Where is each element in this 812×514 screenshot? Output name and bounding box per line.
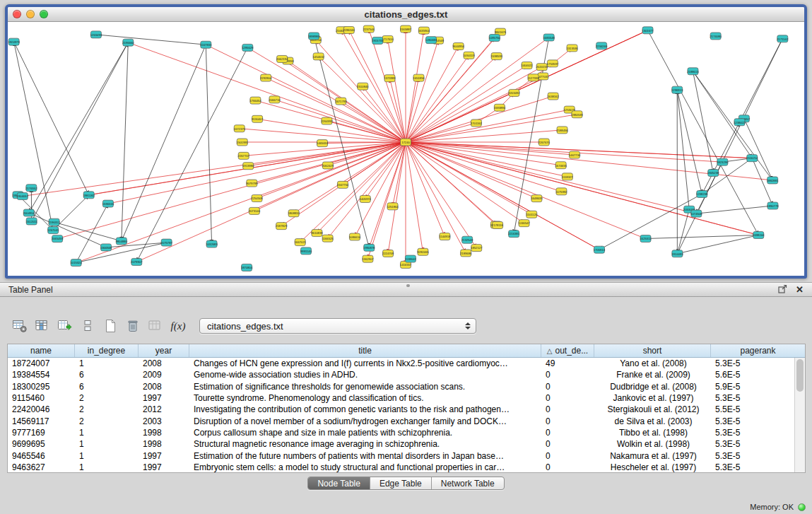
graph-node[interactable]: 1990878 [363,244,375,251]
graph-node[interactable]: 1032683 [206,240,218,247]
graph-node[interactable]: 2292804 [260,74,272,81]
graph-node[interactable]: 1674655 [555,162,567,169]
table-row[interactable]: 1938455462009Genome-wide association stu… [8,369,794,380]
graph-node[interactable]: 9044954 [452,43,464,50]
graph-node[interactable]: 2066716 [269,96,281,103]
graph-node[interactable]: 2075787 [160,239,172,246]
cell-out_degree[interactable]: 0 [541,381,594,392]
new-table-icon[interactable] [100,317,120,335]
graph-node[interactable]: 1671793 [335,98,347,105]
cell-short[interactable]: Hescheler et al. (1997) [594,462,711,472]
panel-resize-grip[interactable] [406,284,410,287]
graph-node[interactable]: 1638162 [547,93,559,100]
cell-title[interactable]: Estimation of significance thresholds fo… [189,381,541,392]
graph-node[interactable]: 1454632 [312,53,324,60]
graph-node[interactable]: 1651856 [413,74,425,81]
graph-node[interactable]: 1362907 [362,255,374,262]
graph-node[interactable]: 9130407 [252,115,264,122]
graph-node[interactable]: 2196312 [48,218,60,226]
graph-node[interactable]: 9610838 [311,230,323,237]
graph-node[interactable]: 1717610 [382,35,394,42]
table-source-select[interactable]: citations_edges.txt [199,318,476,334]
graph-node[interactable]: 2188613 [687,68,699,75]
table-row[interactable]: 946362711997Embryonic stem cells: a mode… [8,462,794,472]
graph-node[interactable]: 1263493 [90,31,102,38]
graph-node[interactable]: 1924979 [8,38,20,45]
graph-node[interactable]: 1405974 [360,195,372,202]
graph-node[interactable]: 2254508 [251,194,263,201]
table-row[interactable]: 2242004622012Investigating the contribut… [8,404,794,415]
graph-node[interactable]: 1138642 [405,255,417,262]
cell-out_degree[interactable]: 0 [541,462,594,472]
graph-node[interactable]: 1373983 [384,75,396,82]
cell-title[interactable]: Investigating the contribution of common… [189,404,541,415]
table-row[interactable]: 969969511998Structural magnetic resonanc… [8,438,794,450]
cell-year[interactable]: 2003 [139,416,189,427]
cell-year[interactable]: 2008 [139,358,189,369]
column-header-title[interactable]: title [189,344,541,357]
graph-node[interactable]: 1175992 [555,188,567,195]
graph-node[interactable]: 2196660 [122,39,134,46]
graph-node[interactable]: 1852127 [471,245,483,252]
cell-title[interactable]: Embryonic stem cells: a model to study s… [189,462,541,472]
row-height-icon[interactable] [78,317,98,335]
graph-node[interactable]: 1313536 [566,45,578,52]
table-row[interactable]: 977716911998Corpus callosum shape and si… [8,427,794,438]
column-header-out_degree[interactable]: △out_de... [541,344,594,357]
zoom-window-button[interactable] [40,10,48,18]
graph-node[interactable]: 2174080 [710,33,722,40]
graph-node[interactable]: 1913980 [242,163,254,170]
graph-node[interactable]: 2004914 [23,209,35,216]
graph-node[interactable]: 2286340 [343,27,355,34]
graph-node[interactable]: 1101120 [526,211,537,218]
graph-node[interactable]: 2065459 [52,235,64,243]
graph-node[interactable]: 1753597 [547,60,559,67]
graph-node[interactable]: 1698244 [753,231,765,238]
table-scrollbar[interactable] [794,358,805,472]
network-canvas[interactable]: 1724022676701467730167465511183271175992… [8,22,804,276]
cell-name[interactable]: 22420046 [8,404,75,415]
graph-node[interactable]: 1238422 [734,119,746,126]
graph-node[interactable]: 1086610 [349,233,361,240]
cell-name[interactable]: 9777169 [8,427,75,438]
graph-node[interactable]: 1915733 [372,37,384,44]
cell-out_degree[interactable]: 0 [541,416,594,427]
cell-pagerank[interactable]: 5.3E-5 [711,416,794,427]
graph-node[interactable]: 1882881 [767,177,779,184]
graph-node[interactable]: 1404022 [521,62,533,69]
cell-year[interactable]: 2008 [139,381,189,392]
table-row[interactable]: 911546021997Tourette syndrome. Phenomeno… [8,392,794,404]
cell-pagerank[interactable]: 5.3E-5 [711,358,794,369]
graph-node[interactable]: 1144918 [439,233,451,240]
cell-title[interactable]: Changes of HCN gene expression and I(f) … [189,358,541,369]
graph-node[interactable]: 9282465 [417,248,429,255]
show-columns-icon[interactable] [33,317,52,335]
cell-in_degree[interactable]: 2 [75,416,139,427]
cell-out_degree[interactable]: 0 [541,427,594,438]
graph-node[interactable]: 9079799 [246,180,258,187]
cell-pagerank[interactable]: 5.3E-5 [711,450,794,462]
graph-node[interactable]: 9991140 [300,247,312,255]
graph-node[interactable]: 2073140 [249,207,261,214]
graph-node[interactable]: 1910093 [671,250,683,257]
cell-out_degree[interactable]: 49 [541,358,594,369]
graph-hub-node[interactable]: 17240 [401,139,411,146]
graph-node[interactable]: 1280683 [425,37,437,44]
column-header-year[interactable]: year [139,344,189,357]
cell-pagerank[interactable]: 5.3E-5 [711,392,794,404]
cell-out_degree[interactable]: 0 [541,392,594,404]
column-header-short[interactable]: short [594,344,711,357]
graph-node[interactable]: 1672375 [234,125,246,132]
cell-short[interactable]: Jankovic et al. (1997) [594,392,711,404]
graph-node[interactable]: 1845238 [707,170,719,177]
graph-node[interactable]: 2062429 [322,162,334,169]
graph-node[interactable]: 1251864 [387,203,399,210]
graph-node[interactable]: 2178116 [492,221,504,228]
cell-year[interactable]: 1997 [139,450,189,462]
column-header-name[interactable]: name [8,344,75,357]
network-window-titlebar[interactable]: citations_edges.txt [8,7,804,22]
graph-node[interactable]: 2187829 [276,223,288,230]
graph-node[interactable]: 1512011 [26,218,38,225]
cell-name[interactable]: 9115460 [8,392,75,404]
graph-node[interactable]: 1238238 [696,190,708,197]
